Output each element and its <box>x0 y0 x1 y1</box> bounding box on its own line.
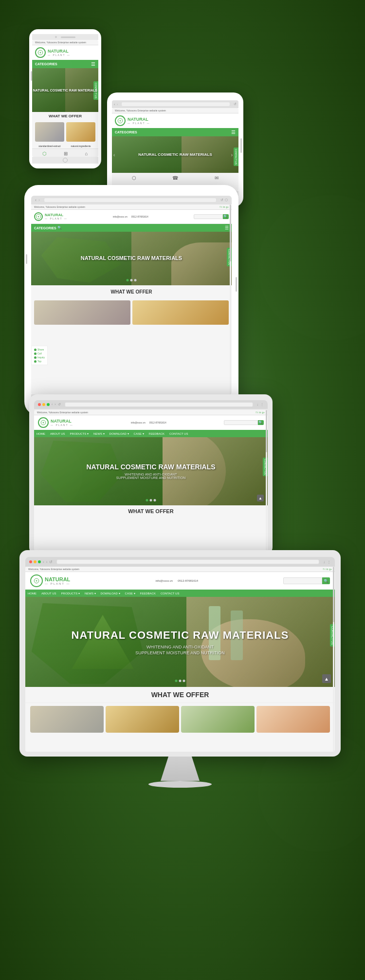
desktop-refresh-icon[interactable]: ↺ <box>58 403 61 407</box>
st-menu-icon[interactable]: ☰ <box>231 129 236 135</box>
st-forward-icon[interactable]: › <box>117 102 118 107</box>
st-share-icon[interactable]: ⬡ <box>132 175 136 181</box>
bm-back-icon[interactable]: ‹ <box>43 560 44 564</box>
bm-forward-icon[interactable]: › <box>46 560 48 564</box>
bm-nav-full: HOME ABOUT US PRODUCTS ▾ NEWS ▾ DOWNLOAD… <box>25 590 335 597</box>
bm-back-to-top[interactable]: ▲ <box>322 674 331 683</box>
bm-addr-bar[interactable] <box>56 559 319 564</box>
bm-logo-sub: — PLANT — <box>45 582 71 585</box>
desktop-nav-case[interactable]: CASE ▾ <box>131 430 146 437</box>
desktop-minimize-btn[interactable] <box>42 403 45 406</box>
bm-nav-products[interactable]: PRODUCTS ▾ <box>59 590 82 597</box>
st-back-icon[interactable]: ‹ <box>114 102 115 107</box>
phone-product-2 <box>66 122 95 142</box>
st-contact-side: CONTACT US <box>234 148 238 166</box>
lt-dot-1[interactable] <box>127 279 129 281</box>
lt-forward-icon[interactable]: › <box>38 198 40 203</box>
desktop-search-input[interactable] <box>224 420 258 425</box>
phone-nav-grid-icon[interactable]: ⊞ <box>64 151 68 156</box>
lt-search-btn[interactable]: 🔍 <box>223 214 229 219</box>
desktop-hero-banner: NATURAL COSMETIC RAW MATERIALS WHITENING… <box>34 437 268 505</box>
desktop-logo-area: NATURAL — PLANT — <box>38 417 73 428</box>
lt-search-input[interactable] <box>194 214 223 219</box>
lt-scroll-thumb[interactable] <box>230 204 231 261</box>
lt-section-title: WHAT WE OFFER <box>31 285 232 298</box>
desktop-nav-contact[interactable]: CONTACT US <box>167 430 190 437</box>
lt-welcome-text: Welcome, Yukosons Enterprise website sys… <box>34 205 85 208</box>
desktop-nav-download[interactable]: DOWNLOAD ▾ <box>107 430 131 437</box>
bm-dot-1[interactable] <box>175 680 178 682</box>
desktop-nav-home[interactable]: HOME <box>34 430 48 437</box>
lt-action-call[interactable]: Call <box>34 351 45 355</box>
phone-nav-share-icon[interactable]: ⬡ <box>42 151 47 156</box>
bm-nav-feedback[interactable]: FEEDBACK <box>138 590 158 597</box>
bm-nav-contact[interactable]: CONTACT US <box>158 590 182 597</box>
phone-menu-icon[interactable]: ☰ <box>91 61 95 67</box>
desktop-hero-sub1: WHITENING AND ANTI-OXIDANT <box>86 473 215 476</box>
lt-back-icon[interactable]: ‹ <box>35 198 36 203</box>
lt-action-inquiry[interactable]: Inquiry <box>34 355 45 359</box>
lt-dot-3[interactable] <box>134 279 137 281</box>
lt-dot-2[interactable] <box>130 279 133 281</box>
bm-dot-3[interactable] <box>183 680 185 682</box>
lt-menu-icon[interactable]: ☰ <box>225 225 229 230</box>
bm-nav-download[interactable]: DOWNLOAD ▾ <box>98 590 123 597</box>
st-call-icon[interactable]: ☎ <box>172 175 178 181</box>
desktop-dot-1[interactable] <box>146 499 148 501</box>
lt-search-icon: 🔍 <box>223 215 228 219</box>
bm-nav-about[interactable]: ABOUT US <box>39 590 59 597</box>
small-tablet-addr-bar[interactable] <box>121 102 230 107</box>
bm-nav-case[interactable]: CASE ▾ <box>123 590 138 597</box>
bm-settings-icon[interactable]: ⋮ <box>327 560 331 564</box>
desktop-welcome-text: Welcome, Yukosons Enterprise website sys… <box>37 411 88 414</box>
bm-search-input[interactable] <box>283 577 322 584</box>
phone-logo-icon <box>35 47 46 58</box>
bm-dot-2[interactable] <box>179 680 182 682</box>
st-prev-arrow[interactable]: ‹ <box>113 152 115 157</box>
phone-cat-labels: standardized-extract natural.ingredients <box>32 144 98 148</box>
desktop-addr-bar[interactable] <box>65 402 253 407</box>
lt-top-label: Top <box>37 360 41 363</box>
st-reload-icon[interactable]: ↺ <box>234 102 237 106</box>
desktop-close-btn[interactable] <box>38 403 41 406</box>
bm-nav-home[interactable]: HOME <box>25 590 39 597</box>
desktop-maximize-btn[interactable] <box>47 403 50 406</box>
bm-minimize-btn[interactable] <box>34 560 36 563</box>
desktop-nav-feedback[interactable]: FEEDBACK <box>146 430 167 437</box>
lt-action-top[interactable]: Top <box>34 359 45 363</box>
desktop-back-icon[interactable]: ‹ <box>52 403 53 407</box>
lt-phone: 0512-87681614 <box>131 215 148 218</box>
desktop-download-icon[interactable]: ↓ <box>257 403 259 407</box>
desktop-forward-icon[interactable]: › <box>55 403 55 407</box>
bm-search-btn[interactable]: 🔍 <box>322 577 330 584</box>
desktop-nav-news[interactable]: NEWS ▾ <box>91 430 107 437</box>
desktop-social-fb: f <box>256 411 256 414</box>
bm-download-icon[interactable]: ↓ <box>323 560 325 564</box>
phone-home-button[interactable] <box>63 158 68 163</box>
desktop-search-btn[interactable]: 🔍 <box>258 420 264 425</box>
phone-product-grid <box>32 120 98 144</box>
bm-scroll-thumb[interactable] <box>333 567 334 622</box>
big-monitor-screen: Welcome, Yukosons Enterprise website sys… <box>25 567 335 752</box>
lt-action-share[interactable]: Share <box>34 348 45 351</box>
lt-search-cat-icon[interactable]: 🔍 <box>57 226 62 230</box>
lt-refresh-icon[interactable]: ↺ <box>220 198 223 202</box>
phone-nav-home-icon[interactable]: ⌂ <box>85 151 88 156</box>
desktop-nav-products[interactable]: PRODUCTS ▾ <box>68 430 91 437</box>
bm-nav-news[interactable]: NEWS ▾ <box>82 590 98 597</box>
desktop-dot-3[interactable] <box>154 499 156 501</box>
lt-addr-bar[interactable] <box>44 198 217 203</box>
st-hero-banner: NATURAL COSMETIC RAW MATERIALS CONTACT U… <box>112 136 238 173</box>
desktop-dot-2[interactable] <box>150 499 152 501</box>
desktop-back-to-top[interactable]: ▲ <box>257 495 264 501</box>
desktop-nav-about[interactable]: ABOUT US <box>48 430 68 437</box>
bm-refresh-icon[interactable]: ↺ <box>49 560 53 564</box>
st-next-arrow[interactable]: › <box>231 152 233 157</box>
bm-maximize-btn[interactable] <box>38 560 41 563</box>
st-inquiry-icon[interactable]: ✉ <box>215 175 219 181</box>
desktop-settings-icon[interactable]: ⋮ <box>260 403 264 407</box>
lt-share-icon[interactable]: ⬡ <box>225 198 228 202</box>
bm-search-box: 🔍 <box>283 577 330 584</box>
bm-close-btn[interactable] <box>29 560 32 563</box>
desktop-scroll-thumb[interactable] <box>266 410 267 452</box>
